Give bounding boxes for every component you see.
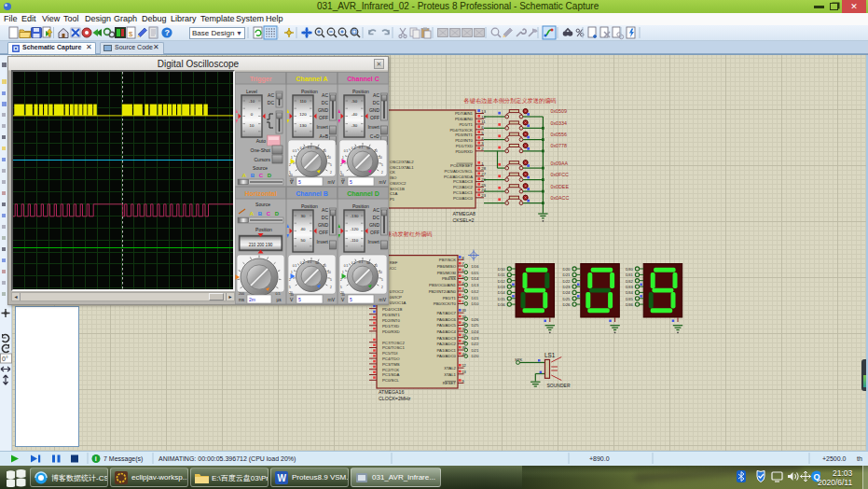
svg-text:1: 1 [291, 271, 293, 274]
svg-text:+890.0: +890.0 [589, 455, 610, 462]
svg-text:D12: D12 [472, 289, 479, 294]
svg-text:OFF: OFF [319, 115, 328, 120]
svg-text:D13: D13 [498, 285, 505, 289]
svg-text:PD7/AIN1: PD7/AIN1 [455, 111, 474, 116]
svg-text:D14: D14 [472, 276, 479, 281]
svg-text:µs: µs [277, 298, 282, 302]
svg-text:D35: D35 [626, 297, 633, 301]
svg-text:XTAL1: XTAL1 [444, 372, 456, 377]
svg-text:0.5: 0.5 [344, 149, 349, 153]
svg-text:OFF: OFF [370, 230, 379, 235]
svg-text:mV: mV [328, 179, 336, 185]
svg-text:Invert: Invert [367, 124, 379, 130]
svg-text:D13: D13 [472, 283, 479, 287]
svg-text:D25: D25 [472, 323, 479, 328]
svg-text:OSC1/XTAL1: OSC1/XTAL1 [390, 165, 414, 170]
svg-text:50: 50 [301, 238, 306, 243]
svg-text:20: 20 [374, 149, 378, 153]
svg-text:mV: mV [379, 179, 387, 185]
svg-text:D11: D11 [498, 272, 505, 277]
svg-text:AC: AC [322, 207, 328, 213]
svg-text:D26: D26 [563, 302, 571, 307]
svg-text:13: 13 [481, 109, 486, 114]
svg-text:PD2/INT0: PD2/INT0 [382, 318, 400, 323]
svg-text:0.5: 0.5 [293, 264, 297, 268]
svg-text:D31: D31 [626, 272, 633, 277]
svg-text:D10: D10 [472, 301, 479, 306]
svg-text:6: 6 [481, 125, 484, 130]
svg-text:S/OC1B: S/OC1B [390, 187, 405, 191]
svg-text:DC: DC [373, 100, 380, 105]
svg-text:PC6/RESET: PC6/RESET [450, 163, 473, 168]
svg-text:Position: Position [301, 89, 318, 94]
svg-text:2: 2 [340, 278, 342, 282]
svg-text:D26: D26 [472, 317, 479, 322]
svg-text:PA2/ADC2: PA2/ADC2 [437, 342, 457, 346]
svg-text:D22: D22 [472, 342, 479, 346]
svg-text:PC7/TOSC2: PC7/TOSC2 [382, 341, 405, 345]
svg-text:D21: D21 [472, 348, 479, 353]
svg-text:23: 23 [481, 193, 486, 198]
svg-text:AC: AC [268, 92, 274, 98]
svg-text:A: A [250, 211, 255, 217]
svg-text:0x0509: 0x0509 [551, 108, 567, 114]
svg-text:D36: D36 [626, 302, 633, 307]
svg-text:Source: Source [255, 202, 270, 207]
svg-text:0°: 0° [2, 356, 8, 362]
svg-text:2: 2 [381, 171, 383, 175]
svg-text:1: 1 [291, 156, 293, 160]
svg-text:5: 5 [381, 163, 383, 167]
svg-text:8: 8 [462, 256, 464, 260]
svg-text:D25: D25 [563, 297, 571, 301]
svg-text:-10: -10 [249, 99, 255, 104]
svg-text:210 200 190: 210 200 190 [249, 243, 273, 247]
svg-text:B: B [258, 211, 263, 217]
svg-text:B: B [251, 173, 255, 178]
svg-text:One-Shot: One-Shot [251, 147, 271, 153]
svg-text:D10: D10 [498, 267, 505, 272]
svg-text:1: 1 [342, 271, 344, 274]
svg-text:OSC2/XTAL2: OSC2/XTAL2 [390, 160, 414, 164]
svg-text:PC4/ADC4/SDA: PC4/ADC4/SDA [444, 175, 473, 179]
svg-text:PC0/SCL: PC0/SCL [382, 378, 400, 383]
svg-text:Position: Position [352, 89, 369, 94]
svg-text:Position: Position [352, 203, 369, 209]
svg-text:PA6/ADC6: PA6/ADC6 [437, 317, 457, 322]
svg-text:10: 10 [327, 271, 331, 274]
svg-text:PD1/TXD: PD1/TXD [382, 324, 399, 328]
svg-text:PB2/INT2/AIN0: PB2/INT2/AIN0 [429, 289, 457, 294]
svg-text:0x0FCC: 0x0FCC [551, 172, 570, 177]
svg-text:30: 30 [301, 214, 306, 218]
svg-text:PB5/MOSI: PB5/MOSI [437, 271, 456, 275]
svg-text:2: 2 [340, 163, 342, 167]
svg-text:Invert: Invert [316, 124, 328, 130]
svg-text:XTAL2: XTAL2 [444, 366, 456, 370]
svg-text:?: ? [165, 28, 171, 37]
svg-text:PB1/T1: PB1/T1 [443, 296, 457, 300]
svg-text:28: 28 [481, 166, 486, 171]
svg-text:C1A: C1A [390, 191, 397, 196]
svg-text:20: 20 [289, 174, 293, 177]
svg-text:PD2/INT0: PD2/INT0 [455, 138, 473, 143]
svg-text:PA5/ADC5: PA5/ADC5 [437, 323, 457, 328]
svg-text:13: 13 [462, 370, 466, 374]
svg-text:-110: -110 [351, 238, 359, 243]
svg-text:D16: D16 [472, 264, 479, 269]
svg-text:PA4/ADC4: PA4/ADC4 [437, 329, 457, 334]
svg-text:GND: GND [369, 107, 380, 113]
svg-text:/CC: /CC [390, 266, 396, 271]
svg-text:5: 5 [330, 278, 332, 282]
svg-text:07/OC2: 07/OC2 [390, 289, 404, 294]
svg-text:W: W [278, 473, 287, 483]
svg-text:D23: D23 [472, 336, 479, 341]
svg-text:DC: DC [268, 100, 275, 105]
svg-text:7 Message(s): 7 Message(s) [103, 455, 143, 463]
svg-text:0.1: 0.1 [359, 260, 364, 264]
svg-text:D15: D15 [472, 271, 479, 275]
svg-text:20: 20 [323, 264, 326, 268]
svg-text:D11: D11 [472, 296, 479, 300]
svg-text:GND: GND [369, 222, 380, 228]
svg-text:06/ICP: 06/ICP [390, 295, 402, 300]
svg-text:各键右边是本例分别定义发送的编码: 各键右边是本例分别定义发送的编码 [464, 97, 557, 105]
svg-text:0x0556: 0x0556 [551, 132, 567, 137]
